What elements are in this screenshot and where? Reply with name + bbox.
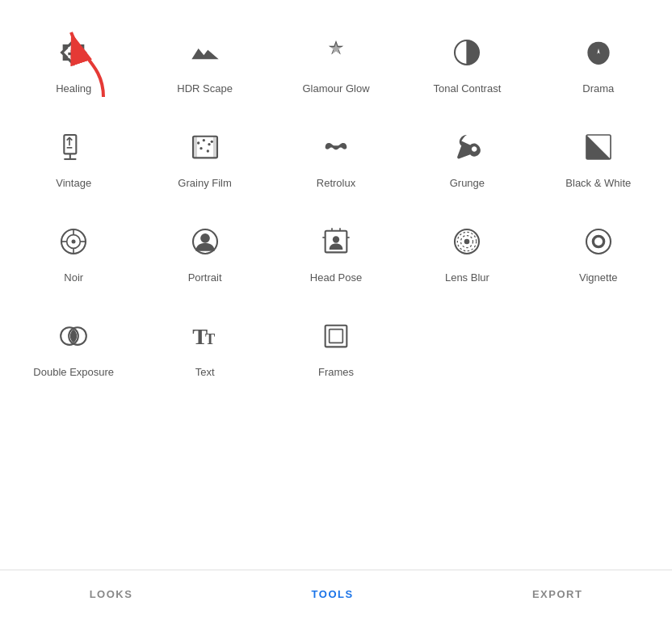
- tool-portrait[interactable]: Portrait: [139, 205, 270, 300]
- tool-text[interactable]: T T Text: [139, 300, 270, 394]
- hdr-scape-label: HDR Scape: [177, 82, 233, 96]
- grunge-icon: [445, 125, 489, 169]
- tool-hdr-scape[interactable]: HDR Scape: [139, 16, 270, 111]
- grainy-film-icon: [183, 125, 227, 169]
- svg-point-29: [333, 236, 339, 242]
- tool-head-pose[interactable]: Head Pose: [271, 205, 401, 300]
- double-exposure-label: Double Exposure: [33, 366, 114, 380]
- tonal-contrast-icon: [445, 31, 489, 74]
- noir-icon: [52, 220, 95, 263]
- text-label: Text: [195, 366, 215, 380]
- svg-point-11: [202, 139, 204, 141]
- black-white-label: Black & White: [565, 177, 631, 191]
- tool-noir[interactable]: Noir: [8, 205, 139, 300]
- healing-icon: [52, 31, 95, 74]
- svg-text:T: T: [205, 331, 215, 347]
- portrait-label: Portrait: [188, 271, 222, 285]
- black-white-icon: [577, 125, 620, 169]
- tool-black-white[interactable]: Black & White: [533, 111, 664, 205]
- retrolux-icon: [314, 125, 358, 169]
- healing-label: Healing: [56, 82, 91, 96]
- head-pose-label: Head Pose: [310, 271, 362, 285]
- lens-blur-label: Lens Blur: [445, 271, 489, 285]
- lens-blur-icon: [445, 220, 489, 263]
- tool-glamour-glow[interactable]: Glamour Glow: [271, 16, 401, 111]
- tonal-contrast-label: Tonal Contrast: [433, 82, 501, 96]
- double-exposure-icon: [52, 314, 95, 358]
- frames-label: Frames: [318, 366, 354, 380]
- svg-point-27: [200, 233, 210, 243]
- tool-double-exposure[interactable]: Double Exposure: [8, 300, 139, 394]
- svg-rect-8: [193, 137, 197, 158]
- svg-point-35: [464, 238, 470, 244]
- bottom-nav: LOOKS TOOLS EXPORT: [0, 570, 672, 618]
- portrait-icon: [183, 220, 227, 263]
- nav-tools[interactable]: TOOLS: [312, 588, 354, 600]
- svg-point-14: [206, 149, 208, 152]
- grainy-film-label: Grainy Film: [178, 177, 231, 191]
- tool-grainy-film[interactable]: Grainy Film: [139, 111, 270, 205]
- frames-icon: [314, 314, 358, 358]
- tool-vintage[interactable]: Vintage: [8, 111, 139, 205]
- vignette-icon: [577, 220, 620, 263]
- hdr-scape-icon: [183, 31, 227, 74]
- tool-frames[interactable]: Frames: [271, 300, 401, 394]
- tool-grunge[interactable]: Grunge: [401, 111, 532, 205]
- vignette-label: Vignette: [579, 271, 617, 285]
- svg-rect-9: [213, 137, 217, 158]
- nav-looks[interactable]: LOOKS: [90, 588, 133, 600]
- svg-rect-46: [330, 329, 343, 343]
- svg-point-12: [208, 143, 210, 145]
- drama-icon: [577, 31, 620, 74]
- svg-point-40: [594, 238, 603, 246]
- svg-point-10: [197, 141, 200, 144]
- grunge-label: Grunge: [450, 177, 485, 191]
- svg-point-21: [72, 239, 76, 243]
- text-icon: T T: [183, 314, 227, 358]
- tool-healing[interactable]: Healing: [8, 16, 139, 111]
- svg-point-15: [210, 141, 212, 143]
- tools-grid: Healing HDR Scape Glamour Glow Tonal Con…: [0, 0, 672, 402]
- tool-lens-blur[interactable]: Lens Blur: [401, 205, 532, 300]
- retrolux-label: Retrolux: [317, 177, 355, 191]
- tool-vignette[interactable]: Vignette: [533, 205, 664, 300]
- noir-label: Noir: [64, 271, 83, 285]
- svg-point-13: [200, 147, 202, 149]
- tool-retrolux[interactable]: Retrolux: [271, 111, 401, 205]
- glamour-glow-label: Glamour Glow: [302, 82, 369, 96]
- drama-label: Drama: [582, 82, 614, 96]
- head-pose-icon: [314, 220, 358, 263]
- vintage-label: Vintage: [56, 177, 91, 191]
- tool-tonal-contrast[interactable]: Tonal Contrast: [401, 16, 532, 111]
- svg-rect-45: [326, 325, 347, 347]
- glamour-glow-icon: [314, 31, 358, 74]
- nav-export[interactable]: EXPORT: [532, 588, 582, 600]
- tool-drama[interactable]: Drama: [533, 16, 664, 111]
- vintage-icon: [52, 125, 95, 169]
